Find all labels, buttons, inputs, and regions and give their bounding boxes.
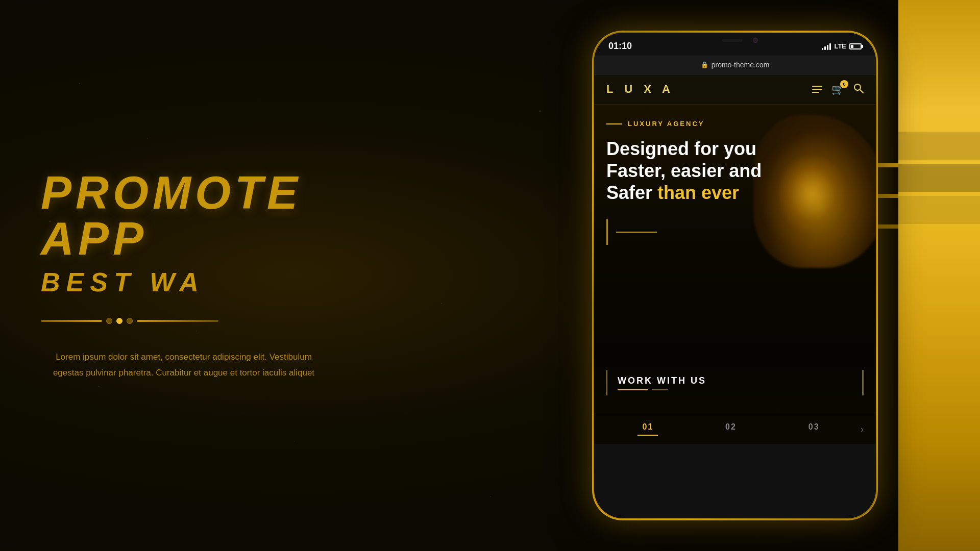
right-gold-panel — [898, 0, 980, 551]
tab-indicator-1 — [638, 435, 658, 436]
work-text-container: WORK WITH US — [606, 370, 864, 395]
url-text: promo-theme.com — [712, 61, 770, 69]
cta-horizontal-line — [616, 232, 657, 233]
battery-fill — [851, 45, 853, 48]
tab-next-arrow[interactable]: › — [855, 424, 864, 435]
lock-icon: 🔒 — [701, 61, 708, 68]
cta-row — [606, 219, 864, 245]
work-section: WORK WITH US — [594, 360, 876, 414]
browser-url: 🔒 promo-theme.com — [701, 61, 770, 69]
app-logo: L U X A — [606, 83, 674, 96]
work-right-line — [862, 370, 864, 395]
status-icons: LTE — [822, 42, 862, 50]
sub-title: BEST WA — [41, 267, 347, 297]
tab-label-3: 03 — [808, 422, 820, 431]
signal-bars — [822, 43, 831, 50]
hero-line-1: Designed for you — [606, 138, 864, 160]
work-underline-1 — [618, 389, 648, 390]
lte-indicator: LTE — [834, 42, 846, 50]
tab-label-2: 02 — [725, 422, 737, 431]
slider-dot-1[interactable] — [106, 318, 112, 324]
slider-bar-right — [137, 320, 218, 322]
hero-line-3-normal: Safer — [606, 182, 657, 203]
hero-line-3-highlight: than ever — [657, 182, 739, 203]
phone-mockup: 01:10 LTE — [592, 31, 878, 520]
phone-screen: 01:10 LTE — [594, 33, 876, 518]
phone-frame: 01:10 LTE — [592, 31, 878, 520]
work-title-block: WORK WITH US — [618, 375, 706, 390]
battery-icon — [849, 43, 862, 49]
slider-indicators — [41, 318, 347, 324]
browser-bar[interactable]: 🔒 promo-theme.com — [594, 56, 876, 74]
svg-line-1 — [860, 90, 863, 93]
app-navbar: L U X A 🛒 0 — [594, 74, 876, 105]
notch — [699, 33, 771, 48]
work-underlines — [618, 389, 706, 390]
tab-item-2[interactable]: 02 — [690, 422, 773, 436]
app-hero: LUXURY AGENCY Designed for you Faster, e… — [594, 105, 876, 360]
status-bar: 01:10 LTE — [594, 33, 876, 56]
signal-bar-1 — [822, 48, 823, 50]
luxury-dash — [606, 123, 622, 124]
tab-label-1: 01 — [642, 422, 653, 431]
signal-bar-2 — [824, 46, 826, 50]
luxury-text: LUXURY AGENCY — [628, 120, 704, 128]
hero-line-2: Faster, easier and — [606, 160, 864, 182]
left-content-area: PROMOTE APP BEST WA Lorem ipsum dolor si… — [0, 0, 388, 551]
search-icon[interactable] — [853, 83, 864, 95]
menu-icon[interactable] — [812, 86, 822, 93]
work-title: WORK WITH US — [618, 375, 706, 386]
slider-bar-left — [41, 320, 102, 322]
svg-point-0 — [854, 84, 861, 90]
work-vertical-line — [606, 370, 607, 395]
hero-line-3: Safer than ever — [606, 182, 864, 204]
cart-icon[interactable]: 🛒 0 — [831, 83, 844, 95]
slider-dot-2[interactable] — [116, 318, 122, 324]
nav-icons: 🛒 0 — [812, 83, 864, 95]
notch-sensor — [722, 39, 743, 42]
work-underline-2 — [652, 389, 668, 390]
signal-bar-4 — [829, 43, 831, 50]
status-time: 01:10 — [608, 41, 632, 52]
slider-dot-3[interactable] — [127, 318, 133, 324]
cta-vertical-line — [606, 219, 608, 245]
description-text: Lorem ipsum dolor sit amet, consectetur … — [41, 349, 327, 381]
hero-cta-area — [606, 219, 864, 245]
notch-camera — [753, 38, 758, 43]
signal-bar-3 — [827, 45, 828, 50]
main-title: PROMOTE APP — [41, 170, 347, 262]
bottom-tabs: 01 02 03 › — [594, 414, 876, 444]
cart-badge-count: 0 — [840, 80, 848, 88]
tab-item-1[interactable]: 01 — [606, 422, 690, 436]
hero-headline: Designed for you Faster, easier and Safe… — [606, 138, 864, 204]
tab-item-3[interactable]: 03 — [772, 422, 855, 436]
